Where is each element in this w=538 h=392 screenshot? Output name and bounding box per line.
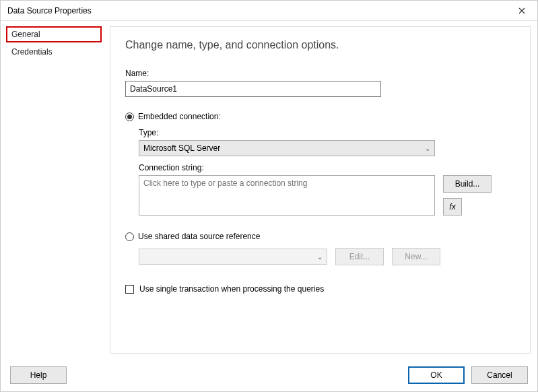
- close-icon: [518, 7, 525, 14]
- help-button[interactable]: Help: [10, 366, 67, 384]
- single-tx-checkbox[interactable]: [125, 285, 134, 294]
- sidebar: General Credentials: [1, 21, 107, 359]
- name-input[interactable]: [125, 81, 381, 97]
- window-title: Data Source Properties: [7, 6, 92, 15]
- sidebar-item-general[interactable]: General: [6, 26, 102, 42]
- conn-side-buttons: Build... fx: [443, 175, 492, 216]
- page-heading: Change name, type, and connection option…: [125, 39, 515, 51]
- shared-radio-row[interactable]: Use shared data source reference: [125, 232, 515, 241]
- conn-row: Build... fx: [139, 175, 515, 216]
- new-button: New...: [392, 248, 440, 265]
- content-panel: Change name, type, and connection option…: [110, 26, 531, 354]
- ok-button[interactable]: OK: [408, 366, 465, 384]
- type-dropdown[interactable]: Microsoft SQL Server ⌄: [139, 140, 435, 156]
- body-area: General Credentials Change name, type, a…: [1, 21, 537, 359]
- sidebar-item-label: Credentials: [11, 47, 53, 57]
- conn-label: Connection string:: [139, 163, 515, 172]
- embedded-radio[interactable]: [125, 112, 134, 121]
- footer: Help OK Cancel: [1, 359, 537, 391]
- chevron-down-icon: ⌄: [425, 145, 430, 152]
- name-label: Name:: [125, 69, 515, 78]
- sidebar-item-credentials[interactable]: Credentials: [6, 44, 102, 60]
- embedded-radio-label: Embedded connection:: [138, 112, 221, 121]
- type-value: Microsoft SQL Server: [143, 143, 220, 153]
- edit-button: Edit...: [335, 248, 384, 265]
- type-label: Type:: [139, 128, 515, 137]
- footer-right: OK Cancel: [408, 366, 528, 384]
- shared-dropdown: ⌄: [139, 249, 327, 265]
- embedded-block: Type: Microsoft SQL Server ⌄ Connection …: [139, 128, 515, 216]
- titlebar: Data Source Properties: [1, 1, 537, 21]
- build-button[interactable]: Build...: [443, 175, 492, 193]
- chevron-down-icon: ⌄: [317, 253, 323, 261]
- single-tx-label: Use single transaction when processing t…: [139, 284, 324, 294]
- fx-icon: fx: [449, 202, 455, 211]
- fx-button[interactable]: fx: [443, 198, 462, 216]
- embedded-radio-row[interactable]: Embedded connection:: [125, 112, 515, 121]
- sidebar-item-label: General: [11, 30, 40, 39]
- connection-string-input[interactable]: [139, 175, 435, 216]
- close-button[interactable]: [506, 1, 537, 21]
- single-tx-row[interactable]: Use single transaction when processing t…: [125, 284, 515, 294]
- cancel-button[interactable]: Cancel: [471, 366, 528, 384]
- shared-row: ⌄ Edit... New...: [139, 248, 515, 265]
- shared-radio[interactable]: [125, 232, 134, 241]
- shared-radio-label: Use shared data source reference: [138, 232, 260, 241]
